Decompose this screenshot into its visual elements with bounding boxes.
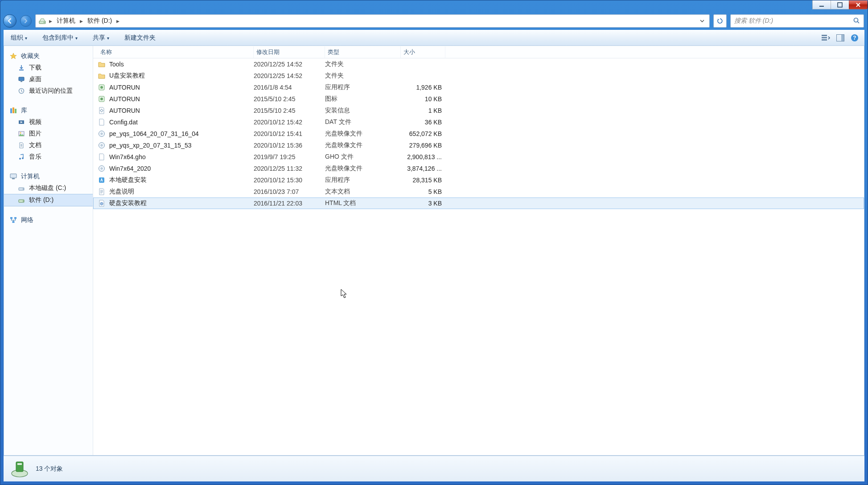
sidebar-libraries-header[interactable]: 库 [4,105,93,116]
file-icon [98,118,106,126]
svg-point-27 [23,189,24,189]
refresh-button[interactable] [713,14,727,28]
address-dropdown-icon[interactable] [698,16,707,25]
close-button[interactable] [849,0,868,9]
col-name[interactable]: 名称 [98,46,254,58]
sidebar-item-pictures[interactable]: 图片 [4,128,93,140]
star-icon [9,52,17,60]
file-size: 279,696 KB [401,142,445,149]
file-row[interactable]: AUTORUN2015/5/10 2:45图标10 KB [93,93,864,105]
file-date: 2020/12/25 11:32 [254,165,325,172]
search-placeholder: 搜索 软件 (D:) [734,17,773,25]
svg-rect-48 [17,463,22,465]
svg-rect-0 [819,6,824,7]
file-type: 光盘映像文件 [325,164,401,173]
column-headers[interactable]: 名称 修改日期 类型 大小 [93,46,864,58]
file-row[interactable]: AUTORUN2015/5/10 2:45安装信息1 KB [93,105,864,116]
document-icon [17,141,25,149]
svg-rect-16 [10,108,12,113]
file-type: GHO 文件 [325,153,401,161]
file-name: 光盘说明 [109,188,134,196]
maximize-button[interactable] [831,0,849,9]
sidebar-computer-header[interactable]: 计算机 [4,171,93,182]
preview-pane-button[interactable] [835,33,846,43]
file-type: 图标 [325,95,401,103]
svg-point-34 [100,86,103,89]
sidebar-item-documents[interactable]: 文档 [4,140,93,151]
file-date: 2015/5/10 2:45 [254,107,325,114]
include-in-library-button[interactable]: 包含到库中▾ [40,32,80,44]
sidebar-network-header[interactable]: 网络 [4,214,93,226]
back-button[interactable] [3,14,16,28]
file-date: 2020/10/12 15:42 [254,119,325,126]
recent-icon [17,87,25,95]
txt-icon [98,188,106,196]
col-date[interactable]: 修改日期 [254,46,325,58]
svg-rect-31 [14,217,16,219]
ini-icon [98,107,106,115]
sidebar-item-recent[interactable]: 最近访问的位置 [4,85,93,97]
iso-icon [98,130,106,138]
svg-rect-1 [838,3,842,7]
file-type: 安装信息 [325,107,401,115]
file-name: Win7x64_2020 [109,165,151,172]
share-button[interactable]: 共享▾ [90,32,112,44]
file-date: 2016/10/23 7:07 [254,188,325,195]
file-row[interactable]: pe_yqs_xp_20_07_31_15_532020/10/12 15:36… [93,140,864,151]
svg-point-3 [44,22,45,23]
sidebar-item-desktop[interactable]: 桌面 [4,74,93,85]
file-row[interactable]: Win7x64_20202020/12/25 11:32光盘映像文件3,874,… [93,163,864,174]
file-name: 硬盘安装教程 [109,199,147,207]
file-row[interactable]: Config.dat2020/10/12 15:42DAT 文件36 KB [93,116,864,128]
svg-rect-9 [841,35,844,41]
breadcrumb-drive[interactable]: 软件 (D:) [86,16,114,26]
file-row[interactable]: Tools2020/12/25 14:52文件夹 [93,58,864,70]
file-row[interactable]: 光盘说明2016/10/23 7:07文本文档5 KB [93,186,864,197]
svg-rect-14 [21,81,22,82]
svg-rect-12 [19,70,24,70]
address-bar[interactable]: ▸ 计算机 ▸ 软件 (D:) ▸ [35,14,710,28]
sidebar-favorites-header[interactable]: 收藏夹 [4,50,93,62]
exe-icon [98,95,106,103]
file-row[interactable]: pe_yqs_1064_20_07_31_16_042020/10/12 15:… [93,128,864,140]
file-row[interactable]: Win7x64.gho2019/9/7 19:25GHO 文件2,900,813… [93,151,864,163]
file-row[interactable]: U盘安装教程2020/12/25 14:52文件夹 [93,70,864,82]
file-name: 本地硬盘安装 [109,176,147,184]
breadcrumb-computer[interactable]: 计算机 [55,16,77,26]
search-box[interactable]: 搜索 软件 (D:) [730,14,864,28]
drive-icon [38,17,46,25]
file-row[interactable]: 本地硬盘安装2020/10/12 15:30应用程序28,315 KB [93,174,864,186]
file-size: 5 KB [401,188,445,195]
file-size: 1,926 KB [401,84,445,91]
file-list[interactable]: 名称 修改日期 类型 大小 Tools2020/12/25 14:52文件夹U盘… [93,46,864,455]
col-size[interactable]: 大小 [401,46,445,58]
sidebar-item-videos[interactable]: 视频 [4,116,93,128]
forward-button[interactable] [20,15,32,27]
drive-d-icon [17,196,25,204]
sidebar-item-drive-c[interactable]: 本地磁盘 (C:) [4,182,93,194]
file-row[interactable]: AUTORUN2016/1/8 4:54应用程序1,926 KB [93,82,864,93]
svg-rect-25 [12,178,15,179]
minimize-button[interactable] [812,0,831,9]
app-icon [98,176,106,184]
sidebar-item-drive-d[interactable]: 软件 (D:) [4,194,93,206]
new-folder-button[interactable]: 新建文件夹 [122,32,158,44]
help-button[interactable]: ? [849,33,860,43]
file-name: Win7x64.gho [109,153,146,160]
svg-point-21 [20,132,21,134]
breadcrumb-separator-icon: ▸ [49,17,52,25]
sidebar-item-downloads[interactable]: 下载 [4,62,93,74]
file-name: AUTORUN [109,84,140,91]
view-mode-button[interactable] [821,33,831,43]
file-date: 2020/12/25 14:52 [254,72,325,79]
sidebar-item-music[interactable]: 音乐 [4,151,93,163]
svg-point-39 [101,133,102,134]
organize-button[interactable]: 组织▾ [8,32,30,44]
svg-point-4 [854,18,858,22]
svg-point-23 [22,157,24,159]
library-icon [9,107,17,115]
file-type: 文件夹 [325,72,401,80]
file-row[interactable]: 硬盘安装教程2016/11/21 22:03HTML 文档3 KB [93,197,864,209]
col-type[interactable]: 类型 [325,46,401,58]
svg-point-36 [100,98,103,100]
